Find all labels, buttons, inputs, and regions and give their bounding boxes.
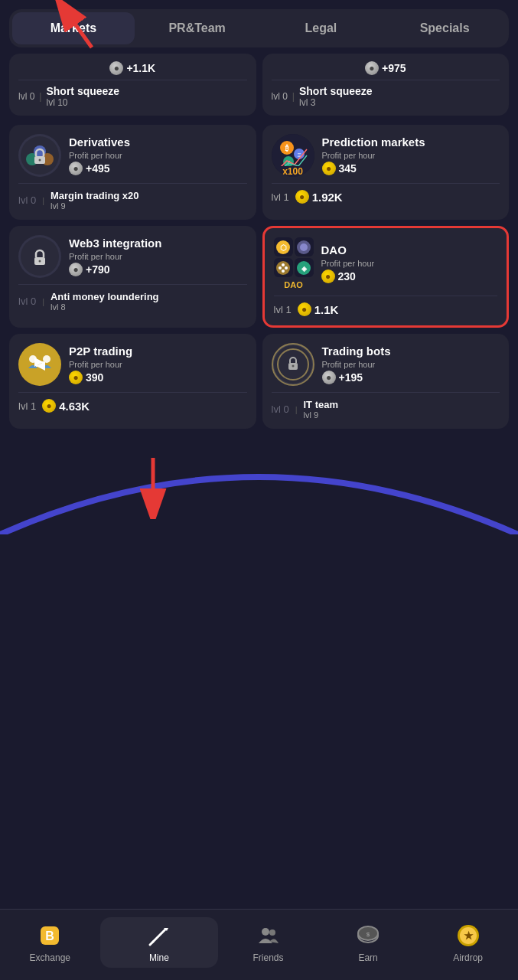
svg-point-17	[39, 260, 41, 263]
svg-text:B: B	[46, 929, 55, 942]
coin-gold-p2p-upgrade: ●	[42, 399, 56, 413]
p2p-profit: ● 390	[69, 371, 247, 384]
svg-line-42	[153, 929, 165, 942]
svg-line-1	[54, 0, 92, 47]
svg-point-23	[279, 266, 282, 270]
svg-point-31	[43, 355, 50, 363]
derivatives-profit: ● +495	[69, 162, 247, 175]
derivatives-info: Derivatives Profit per hour ● +495	[69, 136, 247, 175]
derivatives-icon	[18, 134, 61, 177]
dao-header: ⬡	[274, 237, 498, 289]
prediction-markets-card[interactable]: ₿ Ξ T x100 Prediction markets	[262, 125, 510, 220]
friends-icon	[254, 922, 282, 949]
p2p-icon	[18, 343, 61, 386]
nav-earn-label: Earn	[358, 952, 377, 963]
nav-mine-label: Mine	[149, 952, 169, 963]
prediction-footer: lvl 1 ● 1.92K	[272, 190, 500, 204]
coin-silver-derivatives: ●	[69, 162, 83, 175]
svg-text:◈: ◈	[301, 265, 308, 273]
svg-point-24	[282, 263, 285, 266]
squeeze-footer-right: lvl 0 | Short squeeze lvl 3	[272, 85, 500, 108]
arc-svg	[0, 443, 518, 534]
dao-upgrade-cost: ● 1.1K	[298, 302, 339, 316]
svg-point-37	[292, 365, 294, 368]
svg-point-22	[276, 261, 290, 275]
squeeze-footer-left: lvl 0 | Short squeeze lvl 10	[18, 85, 247, 108]
nav-airdrop[interactable]: ★ Airdrop	[418, 922, 518, 963]
coin-silver-icon-left: ●	[109, 61, 123, 75]
svg-line-43	[150, 942, 153, 945]
p2p-header: P2P trading Profit per hour ● 390	[18, 343, 247, 386]
nav-earn[interactable]: $ Earn	[318, 922, 419, 963]
coin-gold-dao: ●	[321, 270, 335, 283]
web3-info: Web3 integration Profit per hour ● +790	[69, 237, 247, 276]
airdrop-icon: ★	[454, 922, 482, 949]
dao-icon-grid: ⬡	[274, 237, 314, 277]
trading-bots-header: Trading bots Profit per hour ● +195	[272, 343, 500, 386]
tab-legal[interactable]: Legal	[260, 12, 383, 44]
tab-prteam[interactable]: PR&Team	[136, 12, 259, 44]
mine-icon	[145, 922, 173, 949]
squeeze-profit-right: ● +975	[272, 61, 500, 75]
nav-mine[interactable]: Mine	[100, 917, 219, 968]
web3-profit: ● +790	[69, 263, 247, 276]
p2p-card[interactable]: P2P trading Profit per hour ● 390 lvl 1 …	[9, 334, 256, 429]
exchange-icon: B	[36, 922, 64, 949]
coin-silver-bots: ●	[322, 371, 336, 384]
svg-point-26	[282, 270, 285, 273]
dao-profit: ● 230	[321, 270, 498, 283]
nav-exchange[interactable]: B Exchange	[0, 922, 100, 963]
squeeze-profit-left: ● +1.1K	[18, 61, 247, 75]
dao-card[interactable]: ⬡	[262, 226, 510, 328]
coin-gold-dao-upgrade: ●	[298, 302, 311, 316]
svg-point-21	[300, 243, 308, 251]
svg-point-25	[285, 266, 288, 270]
arc-area	[0, 443, 518, 534]
dao-info: DAO Profit per hour ● 230	[321, 243, 498, 283]
svg-text:⬡: ⬡	[280, 243, 287, 252]
coin-gold-p2p: ●	[69, 371, 83, 384]
earn-icon: $	[354, 922, 382, 949]
coin-gold-upgrade: ●	[295, 190, 309, 204]
coin-silver-web3: ●	[69, 263, 83, 276]
svg-text:$: $	[367, 931, 370, 938]
main-content: Markets PR&Team Legal Specials ● +1.1K l…	[0, 9, 518, 611]
svg-text:★: ★	[463, 929, 473, 942]
svg-point-29	[21, 345, 59, 384]
red-arrow-top	[38, 0, 115, 55]
svg-point-15	[21, 237, 59, 276]
p2p-upgrade-cost: ● 4.63K	[42, 399, 90, 413]
dao-cell-2	[295, 237, 314, 256]
dao-cell-3	[274, 258, 293, 277]
coin-silver-icon-right: ●	[365, 61, 379, 75]
nav-friends-label: Friends	[252, 952, 283, 963]
tab-specials[interactable]: Specials	[383, 12, 506, 44]
trading-bots-info: Trading bots Profit per hour ● +195	[322, 345, 500, 384]
svg-point-7	[39, 159, 41, 162]
svg-point-44	[262, 928, 269, 936]
short-squeeze-card-left[interactable]: ● +1.1K lvl 0 | Short squeeze lvl 10	[9, 54, 256, 116]
derivatives-card[interactable]: Derivatives Profit per hour ● +495 lvl 0…	[9, 125, 256, 220]
top-squeeze-row: ● +1.1K lvl 0 | Short squeeze lvl 10 ● +…	[0, 47, 518, 119]
web3-footer: lvl 0 | Anti money loundering lvl 8	[18, 291, 247, 312]
coin-gold-prediction: ●	[322, 162, 336, 175]
trading-bots-icon	[272, 343, 314, 386]
p2p-footer: lvl 1 ● 4.63K	[18, 399, 247, 413]
web3-header: Web3 integration Profit per hour ● +790	[18, 235, 247, 278]
prediction-upgrade-cost: ● 1.92K	[295, 190, 343, 204]
svg-point-45	[269, 929, 275, 936]
trading-bots-card[interactable]: Trading bots Profit per hour ● +195 lvl …	[262, 334, 510, 429]
cards-grid: Derivatives Profit per hour ● +495 lvl 0…	[0, 119, 518, 435]
web3-card[interactable]: Web3 integration Profit per hour ● +790 …	[9, 226, 256, 328]
nav-friends[interactable]: Friends	[218, 922, 318, 963]
bottom-nav: B Exchange Mine Friends	[0, 909, 518, 980]
prediction-profit: ● 345	[322, 162, 500, 175]
dao-label: DAO	[284, 280, 302, 289]
prediction-icon: ₿ Ξ T x100	[272, 134, 314, 177]
dao-cell-1: ⬡	[274, 237, 293, 256]
dao-icon-area: ⬡	[274, 237, 314, 289]
svg-point-30	[29, 355, 37, 363]
derivatives-header: Derivatives Profit per hour ● +495	[18, 134, 247, 177]
short-squeeze-card-right[interactable]: ● +975 lvl 0 | Short squeeze lvl 3	[262, 54, 510, 116]
web3-icon	[18, 235, 61, 278]
